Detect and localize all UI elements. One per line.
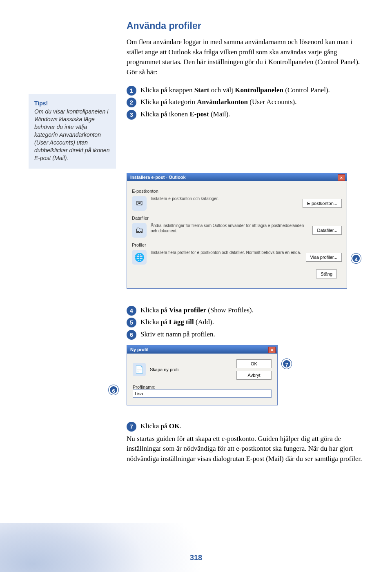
close-button[interactable]: Stäng	[316, 269, 337, 278]
step-5: 5 Klicka på Lägg till (Add).	[127, 317, 363, 327]
step-number: 3	[127, 110, 136, 120]
page-number: 318	[190, 554, 202, 562]
callout-badge: 4	[351, 254, 361, 263]
globe-icon: 🌐	[132, 250, 147, 265]
step-number: 4	[127, 306, 136, 316]
callout-badge: 7	[282, 359, 292, 369]
row-text: Installera flera profiler för e-postkont…	[151, 250, 302, 256]
dialog-titlebar: Installera e-post - Outlook ×	[127, 173, 347, 181]
step-7: 7 Klicka på OK.	[127, 421, 363, 432]
profile-name-label: Profilnamn:	[133, 385, 272, 389]
profile-name-input[interactable]	[133, 389, 272, 398]
folder-icon: 🗂	[132, 223, 147, 238]
step-number: 7	[127, 422, 136, 432]
section-label: Datafiler	[132, 216, 342, 220]
step-number: 1	[127, 86, 136, 96]
section-label: Profiler	[132, 243, 342, 247]
section-heading: Använda profiler	[127, 20, 363, 31]
step-4: 4 Klicka på Visa profiler (Show Profiles…	[127, 305, 363, 316]
close-icon[interactable]: ×	[268, 347, 276, 353]
section-label: E-postkonton	[132, 189, 342, 194]
email-accounts-button[interactable]: E-postkonton...	[303, 199, 342, 208]
dialog-titlebar: Ny profil ×	[127, 345, 277, 354]
dialog-title-text: Installera e-post - Outlook	[130, 175, 186, 180]
data-files-button[interactable]: Datafiler...	[312, 226, 342, 235]
mail-setup-dialog: Installera e-post - Outlook × E-postkont…	[127, 173, 347, 289]
tip-body: Om du visar kontrollpanelen i Windows kl…	[34, 108, 109, 161]
step-number: 5	[127, 318, 136, 327]
data-files-row: 🗂 Ändra inställningar för filerna som Ou…	[132, 223, 342, 238]
intro-paragraph: Om flera användare loggar in med samma a…	[127, 37, 363, 78]
new-profile-prompt: Skapa ny profil	[150, 367, 180, 372]
tip-box: Tips! Om du visar kontrollpanelen i Wind…	[29, 94, 116, 169]
cancel-button[interactable]: Avbryt	[236, 371, 272, 380]
callout-badge: 6	[109, 385, 118, 395]
envelope-icon: ✉	[132, 196, 147, 211]
profile-icon: 📄	[133, 363, 146, 376]
final-paragraph: Nu startas guiden för att skapa ett e-po…	[127, 434, 363, 464]
email-accounts-row: ✉ Installera e-postkonton och kataloger.…	[132, 196, 342, 211]
tip-title: Tips!	[34, 100, 110, 107]
ok-button[interactable]: OK	[236, 359, 272, 368]
step-6: 6 Skriv ett namn på profilen.	[127, 329, 363, 340]
close-icon[interactable]: ×	[338, 174, 345, 181]
step-1: 1 Klicka på knappen Start och välj Kontr…	[127, 85, 363, 96]
row-text: Installera e-postkonton och kataloger.	[151, 196, 298, 202]
new-profile-dialog: Ny profil × 📄 Skapa ny profil OK Avbryt …	[127, 345, 278, 405]
step-number: 6	[127, 330, 136, 340]
dialog-title-text: Ny profil	[130, 347, 149, 352]
step-2: 2 Klicka på kategorin Användarkonton (Us…	[127, 97, 363, 107]
profiles-row: 🌐 Installera flera profiler för e-postko…	[132, 250, 342, 265]
page-footer: 318	[0, 523, 392, 572]
step-number: 2	[127, 98, 136, 107]
show-profiles-button[interactable]: Visa profiler...	[306, 253, 342, 262]
step-3: 3 Klicka på ikonen E-post (Mail).	[127, 109, 363, 120]
row-text: Ändra inställningar för filerna som Outl…	[151, 223, 308, 234]
